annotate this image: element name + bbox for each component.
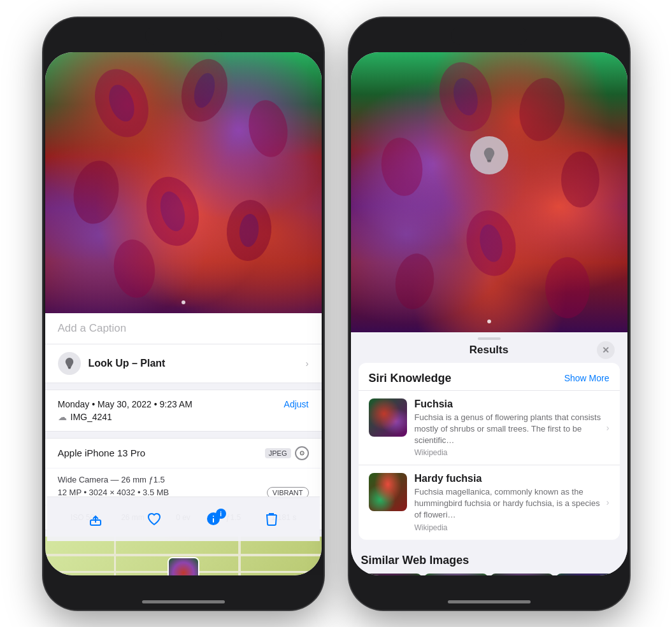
fuchsia-description: Fuchsia is a genus of flowering plants t… — [415, 412, 601, 447]
filename-row: ☁ IMG_4241 — [58, 412, 309, 422]
results-title: Results — [469, 344, 508, 356]
drag-handle[interactable] — [478, 337, 501, 340]
map-thumbnail — [168, 557, 199, 575]
notch-right — [451, 27, 527, 45]
left-phone: Add a Caption Look Up – Plant › — [43, 18, 324, 610]
similar-images-grid — [359, 574, 620, 575]
fuchsia-text: Fuchsia Fuchsia is a genus of flowering … — [415, 398, 601, 458]
svg-point-25 — [487, 160, 491, 162]
siri-dot — [487, 320, 491, 323]
svg-point-23 — [392, 251, 438, 311]
hardy-fuchsia-name: Hardy fuchsia — [415, 473, 601, 484]
format-badge: JPEG — [265, 448, 291, 458]
similar-image-1[interactable] — [359, 574, 422, 575]
close-button[interactable]: ✕ — [597, 341, 615, 359]
results-panel[interactable]: Results ✕ Siri Knowledge Show More — [351, 332, 627, 575]
device-name: Apple iPhone 13 Pro — [58, 447, 146, 458]
filename-text: IMG_4241 — [71, 412, 112, 422]
photo-area-left — [45, 52, 322, 313]
hardy-fuchsia-thumbnail — [369, 473, 407, 511]
toolbar-left: i — [47, 497, 320, 541]
svg-point-11 — [68, 367, 71, 369]
camera-settings-icon[interactable]: ⊙ — [295, 446, 309, 460]
delete-button[interactable] — [264, 511, 278, 526]
cloud-icon: ☁ — [58, 412, 67, 422]
similar-image-3[interactable] — [490, 574, 554, 575]
hardy-fuchsia-text: Hardy fuchsia Fuchsia magellanica, commo… — [415, 473, 601, 532]
knowledge-item-fuchsia[interactable]: Fuchsia Fuchsia is a genus of flowering … — [359, 390, 620, 465]
screen-right: Results ✕ Siri Knowledge Show More — [351, 52, 627, 575]
info-button[interactable]: i — [206, 511, 221, 526]
siri-knowledge-title: Siri Knowledge — [369, 372, 452, 385]
favorite-button[interactable] — [147, 511, 162, 526]
hardy-fuchsia-source: Wikipedia — [415, 523, 601, 532]
device-badges: JPEG ⊙ — [265, 446, 309, 460]
home-indicator-left[interactable] — [142, 600, 225, 603]
svg-point-10 — [110, 236, 158, 300]
map-road-v2 — [238, 537, 241, 575]
similar-web-images-title: Similar Web Images — [359, 547, 620, 574]
svg-point-24 — [545, 257, 590, 318]
svg-rect-15 — [213, 518, 214, 523]
date-text: Monday • May 30, 2022 • 9:23 AM — [58, 399, 192, 409]
knowledge-item-hardy-fuchsia[interactable]: Hardy fuchsia Fuchsia magellanica, commo… — [359, 465, 620, 540]
adjust-button[interactable]: Adjust — [284, 399, 309, 409]
map-road-v1 — [114, 537, 116, 575]
svg-point-20 — [561, 151, 599, 208]
fuchsia-name: Fuchsia — [415, 398, 601, 410]
lookup-row[interactable]: Look Up – Plant › — [45, 344, 322, 383]
lookup-text: Look Up – Plant — [89, 358, 166, 369]
svg-point-5 — [68, 157, 123, 227]
flower-photo-left[interactable] — [45, 52, 322, 313]
svg-point-4 — [244, 97, 292, 160]
fuchsia-source: Wikipedia — [415, 448, 601, 457]
map-road-h1 — [45, 554, 322, 556]
home-indicator-right[interactable] — [448, 600, 531, 603]
show-more-button[interactable]: Show More — [564, 373, 610, 383]
siri-visual-lookup-icon — [58, 352, 81, 375]
svg-point-18 — [514, 74, 569, 144]
hardy-fuchsia-description: Fuchsia magellanica, commonly known as t… — [415, 486, 601, 521]
results-header: Results ✕ — [351, 332, 627, 363]
caption-input[interactable]: Add a Caption — [45, 313, 322, 344]
siri-knowledge-header: Siri Knowledge Show More — [359, 363, 620, 390]
camera-lens-text: Wide Camera — 26 mm ƒ1.5 — [58, 475, 309, 484]
hardy-fuchsia-chevron-icon: › — [606, 497, 610, 507]
similar-image-4[interactable] — [556, 574, 620, 575]
share-button[interactable] — [88, 511, 103, 526]
siri-visual-lookup-bubble[interactable] — [470, 136, 508, 174]
fuchsia-chevron-icon: › — [606, 423, 610, 433]
date-row: Monday • May 30, 2022 • 9:23 AM Adjust — [58, 399, 309, 409]
svg-point-19 — [377, 134, 425, 198]
photo-area-right — [351, 52, 627, 332]
right-phone: Results ✕ Siri Knowledge Show More — [349, 18, 629, 610]
photo-page-dot — [182, 300, 185, 304]
map-area[interactable] — [45, 537, 322, 575]
siri-knowledge-section: Siri Knowledge Show More Fuchsia Fuchsia… — [359, 363, 620, 540]
screen-left: Add a Caption Look Up – Plant › — [45, 52, 322, 575]
info-badge: i — [216, 509, 226, 519]
lookup-chevron-icon: › — [306, 358, 309, 369]
similar-web-images-section: Similar Web Images — [359, 547, 620, 575]
device-row: Apple iPhone 13 Pro JPEG ⊙ — [45, 439, 322, 468]
metadata-section: Monday • May 30, 2022 • 9:23 AM Adjust ☁… — [45, 390, 322, 432]
notch-left — [145, 27, 222, 45]
phones-container: Add a Caption Look Up – Plant › — [31, 5, 642, 623]
svg-point-14 — [213, 516, 214, 517]
similar-image-2[interactable] — [424, 574, 488, 575]
fuchsia-thumbnail — [369, 398, 407, 437]
